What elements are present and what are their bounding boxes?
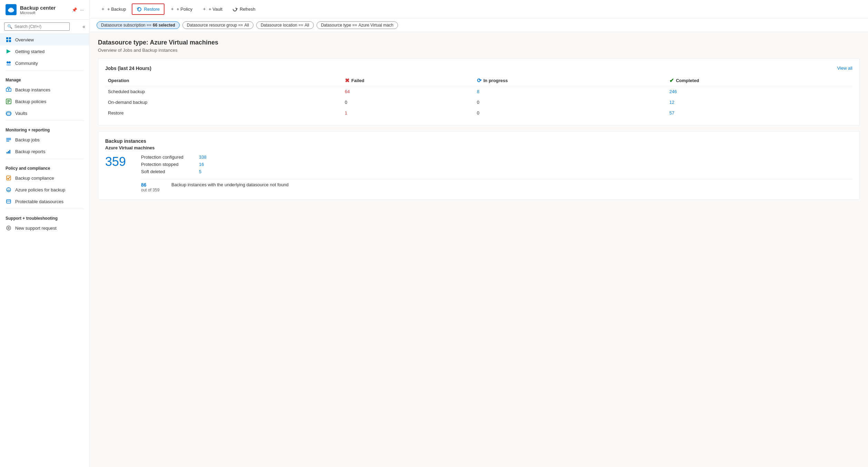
backup-label: + Backup bbox=[107, 7, 126, 12]
support-divider bbox=[6, 209, 84, 209]
nav-new-support[interactable]: New support request bbox=[0, 222, 89, 234]
bi-soft-deleted: Soft deleted 5 bbox=[141, 169, 852, 174]
bi-total-number[interactable]: 359 bbox=[105, 155, 133, 169]
nav-backup-instances-label: Backup instances bbox=[15, 87, 50, 92]
svg-point-9 bbox=[9, 61, 11, 63]
col-failed: ✖ Failed bbox=[342, 75, 474, 86]
completed-icon: ✔ bbox=[669, 77, 674, 84]
nav-backup-reports[interactable]: Backup reports bbox=[0, 146, 89, 157]
nav-overview-label: Overview bbox=[15, 37, 34, 42]
refresh-label: Refresh bbox=[240, 7, 256, 12]
completed-scheduled[interactable]: 246 bbox=[667, 86, 852, 97]
svg-rect-30 bbox=[7, 200, 11, 203]
bi-card-title: Backup instances bbox=[105, 138, 852, 144]
bi-protection-configured: Protection configured 338 bbox=[141, 155, 852, 160]
svg-point-8 bbox=[7, 61, 9, 63]
filter-bar: Datasource subscription == 66 selected D… bbox=[90, 19, 868, 32]
nav-backup-compliance-label: Backup compliance bbox=[15, 176, 54, 181]
protectable-datasources-icon bbox=[6, 198, 12, 205]
collapse-button[interactable]: « bbox=[82, 24, 85, 29]
backup-compliance-icon bbox=[6, 175, 12, 181]
restore-button[interactable]: Restore bbox=[132, 3, 165, 15]
svg-rect-5 bbox=[6, 40, 8, 42]
plus-icon: ＋ bbox=[101, 6, 105, 12]
bi-details: Protection configured 338 Protection sto… bbox=[141, 155, 852, 192]
svg-rect-22 bbox=[6, 139, 11, 140]
header-icons: 📌 ··· bbox=[72, 7, 84, 12]
restore-icon bbox=[137, 6, 142, 12]
op-ondemand: On-demand backup bbox=[105, 97, 342, 108]
app-title-block: Backup center Microsoft bbox=[20, 5, 56, 15]
nav-getting-started-label: Getting started bbox=[15, 49, 44, 54]
sidebar: Backup center Microsoft 📌 ··· 🔍 « Overvi… bbox=[0, 0, 90, 467]
svg-marker-7 bbox=[7, 49, 11, 53]
app-subtitle: Microsoft bbox=[20, 11, 56, 15]
sidebar-header: Backup center Microsoft 📌 ··· bbox=[0, 0, 89, 20]
community-icon bbox=[6, 60, 12, 66]
nav-getting-started[interactable]: Getting started bbox=[0, 46, 89, 57]
bi-content: 359 Protection configured 338 Protection… bbox=[105, 155, 852, 192]
nav-overview[interactable]: Overview bbox=[0, 34, 89, 46]
policy-section-label: Policy and compliance bbox=[0, 160, 89, 172]
nav-backup-jobs[interactable]: Backup jobs bbox=[0, 134, 89, 146]
filter-resource-group[interactable]: Datasource resource group == All bbox=[182, 21, 253, 29]
azure-policies-icon bbox=[6, 187, 12, 193]
nav-azure-policies[interactable]: Azure policies for backup bbox=[0, 184, 89, 196]
backup-jobs-icon bbox=[6, 137, 12, 143]
jobs-card-title: Jobs (last 24 Hours) View all bbox=[105, 66, 852, 71]
svg-point-2 bbox=[8, 9, 11, 11]
page-title: Datasource type: Azure Virtual machines bbox=[98, 39, 860, 46]
nav-community-label: Community bbox=[15, 61, 38, 66]
progress-scheduled[interactable]: 8 bbox=[474, 86, 667, 97]
svg-rect-6 bbox=[9, 40, 11, 42]
bi-sub-number[interactable]: 86 bbox=[141, 182, 147, 188]
progress-icon: ⟳ bbox=[477, 77, 481, 84]
policy-button[interactable]: ＋ + Policy bbox=[166, 4, 197, 14]
table-row: On-demand backup 0 0 12 bbox=[105, 97, 852, 108]
failed-icon: ✖ bbox=[345, 77, 349, 84]
col-in-progress: ⟳ In progress bbox=[474, 75, 667, 86]
completed-ondemand[interactable]: 12 bbox=[667, 97, 852, 108]
bi-protection-stopped: Protection stopped 16 bbox=[141, 162, 852, 167]
col-completed: ✔ Completed bbox=[667, 75, 852, 86]
more-icon[interactable]: ··· bbox=[80, 7, 84, 12]
bi-card-subtitle: Azure Virtual machines bbox=[105, 145, 852, 150]
nav-community[interactable]: Community bbox=[0, 57, 89, 69]
svg-point-10 bbox=[6, 64, 11, 66]
filter-type[interactable]: Datasource type == Azure Virtual mach bbox=[317, 21, 398, 29]
backup-instances-icon bbox=[6, 87, 12, 93]
nav-backup-instances[interactable]: Backup instances bbox=[0, 84, 89, 96]
backup-button[interactable]: ＋ + Backup bbox=[97, 4, 130, 14]
content-area: Datasource type: Azure Virtual machines … bbox=[90, 32, 868, 467]
main-panel: ＋ + Backup Restore ＋ + Policy ＋ + Vault bbox=[90, 0, 868, 467]
refresh-button[interactable]: Refresh bbox=[228, 4, 260, 14]
manage-divider bbox=[6, 70, 84, 71]
failed-ondemand: 0 bbox=[342, 97, 474, 108]
policy-plus-icon: ＋ bbox=[170, 6, 174, 12]
nav-backup-policies-label: Backup policies bbox=[15, 99, 46, 104]
failed-restore[interactable]: 1 bbox=[342, 108, 474, 118]
svg-rect-12 bbox=[8, 89, 9, 90]
app-logo bbox=[6, 4, 17, 15]
filter-subscription[interactable]: Datasource subscription == 66 selected bbox=[97, 21, 180, 29]
pin-icon[interactable]: 📌 bbox=[72, 7, 77, 12]
svg-rect-4 bbox=[9, 37, 11, 39]
backup-policies-icon bbox=[6, 98, 12, 105]
vault-button[interactable]: ＋ + Vault bbox=[198, 4, 227, 14]
nav-protectable-datasources-label: Protectable datasources bbox=[15, 199, 63, 204]
app-title: Backup center bbox=[20, 5, 56, 11]
nav-backup-policies[interactable]: Backup policies bbox=[0, 96, 89, 107]
failed-scheduled[interactable]: 64 bbox=[342, 86, 474, 97]
nav-vaults[interactable]: Vaults bbox=[0, 107, 89, 119]
restore-label: Restore bbox=[144, 7, 160, 12]
jobs-card: Jobs (last 24 Hours) View all Operation … bbox=[98, 58, 860, 126]
vault-label: + Vault bbox=[209, 7, 222, 12]
nav-protectable-datasources[interactable]: Protectable datasources bbox=[0, 196, 89, 207]
filter-location[interactable]: Datasource location == All bbox=[256, 21, 314, 29]
svg-point-32 bbox=[7, 226, 11, 230]
svg-rect-24 bbox=[7, 152, 8, 153]
nav-backup-compliance[interactable]: Backup compliance bbox=[0, 172, 89, 184]
view-all-link[interactable]: View all bbox=[837, 66, 852, 71]
search-input[interactable] bbox=[14, 24, 59, 29]
completed-restore[interactable]: 57 bbox=[667, 108, 852, 118]
